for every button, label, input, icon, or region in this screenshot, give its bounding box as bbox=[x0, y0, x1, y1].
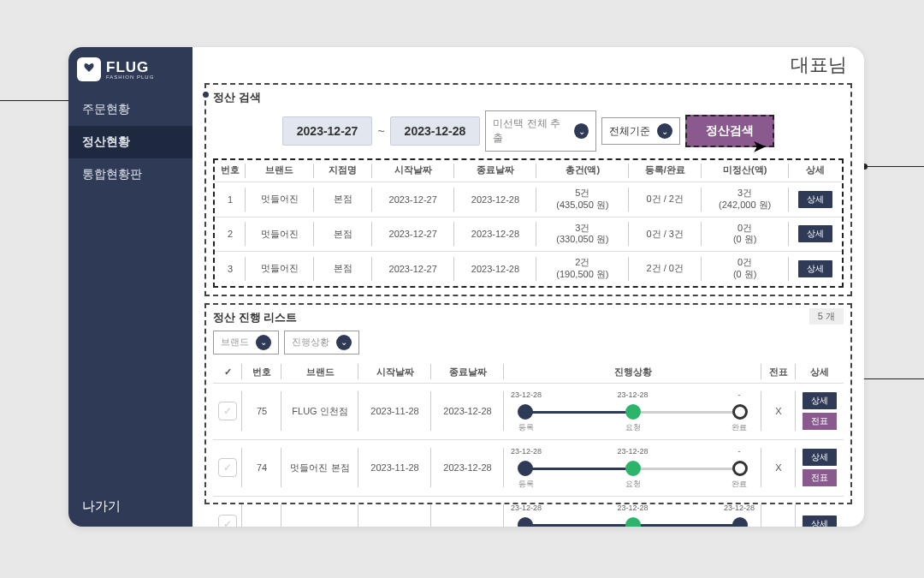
filter-placeholder: 미선택 전체 추출 bbox=[493, 116, 567, 146]
sidebar: FLUG FASHION PLUG 주문현황 정산현황 통합현황판 나가기 bbox=[68, 47, 192, 527]
table-row: 2멋들어진본점2023-12-272023-12-283건(330,050 원)… bbox=[215, 217, 842, 252]
cursor-icon: ➤ bbox=[753, 137, 766, 156]
cell-total: 3건(330,050 원) bbox=[536, 217, 629, 252]
cell-start bbox=[358, 496, 431, 527]
logo-subtitle: FASHION PLUG bbox=[106, 74, 154, 80]
cell-detail: 상세 bbox=[789, 182, 842, 217]
date-from-input[interactable]: 2023-12-27 bbox=[282, 116, 373, 146]
cell-total: 2건(190,500 원) bbox=[536, 252, 629, 286]
filter-extract-dropdown[interactable]: 미선택 전체 추출 ⌄ bbox=[485, 110, 596, 152]
status-filter-dropdown[interactable]: 진행상황 ⌄ bbox=[284, 331, 359, 355]
step-request-icon bbox=[625, 461, 641, 476]
user-label: 대표님 bbox=[192, 47, 864, 80]
logo: FLUG FASHION PLUG bbox=[68, 47, 192, 93]
annotation-line bbox=[856, 378, 924, 379]
cell-actions: 상세전표 bbox=[796, 383, 844, 439]
checkbox[interactable]: ✓ bbox=[218, 458, 237, 477]
col-reg: 등록/완료 bbox=[629, 160, 702, 182]
sidebar-exit[interactable]: 나가기 bbox=[68, 486, 192, 527]
cell-actions: 상세 bbox=[796, 496, 844, 527]
cell-progress: 23-12-2823-12-28-등록요청완료 bbox=[504, 383, 761, 439]
app-window: FLUG FASHION PLUG 주문현황 정산현황 통합현황판 나가기 대표… bbox=[68, 47, 864, 527]
cell-start: 2023-11-28 bbox=[358, 383, 431, 439]
detail-button[interactable]: 상세 bbox=[803, 392, 837, 409]
col-branch: 지점명 bbox=[314, 160, 372, 182]
cell-no: 74 bbox=[242, 439, 281, 496]
col-end: 종료날짜 bbox=[431, 361, 504, 384]
cell-brand: 멋들어진 bbox=[246, 252, 313, 286]
step-complete-icon bbox=[732, 461, 748, 476]
filter-criteria-dropdown[interactable]: 전체기준 ⌄ bbox=[601, 117, 680, 145]
progress-indicator: 23-12-2823-12-28-등록요청완료 bbox=[506, 449, 760, 486]
search-panel: 정산 검색 2023-12-27 ~ 2023-12-28 미선택 전체 추출 … bbox=[204, 83, 852, 296]
cell-check: ✓ bbox=[213, 496, 242, 527]
cell-start: 2023-12-27 bbox=[372, 182, 454, 217]
cell-total: 5건(435,050 원) bbox=[536, 182, 629, 217]
voucher-button[interactable]: 전표 bbox=[803, 413, 837, 430]
col-no: 번호 bbox=[215, 160, 246, 182]
checkbox[interactable]: ✓ bbox=[218, 515, 237, 527]
progress-indicator: 23-12-2823-12-28-등록요청완료 bbox=[506, 392, 760, 430]
cell-end: 2023-12-28 bbox=[454, 182, 536, 217]
cell-unsettled: 0건(0 원) bbox=[702, 252, 789, 286]
progress-panel-title: 정산 진행 리스트 bbox=[213, 310, 844, 325]
cell-progress: 23-12-2823-12-2823-12-28등록요청완료 bbox=[504, 496, 761, 527]
col-start: 시작날짜 bbox=[372, 160, 454, 182]
cell-reg: 0건 / 3건 bbox=[629, 217, 702, 252]
table-row: ✓74멋들어진 본점2023-11-282023-12-2823-12-2823… bbox=[213, 439, 844, 496]
cell-branch: 본점 bbox=[314, 217, 372, 252]
detail-button[interactable]: 상세 bbox=[798, 260, 832, 277]
step-register-icon bbox=[518, 404, 533, 420]
col-total: 총건(액) bbox=[536, 160, 629, 182]
col-detail: 상세 bbox=[789, 160, 842, 182]
step-request-icon bbox=[625, 404, 641, 420]
logo-text: FLUG bbox=[106, 59, 154, 76]
col-end: 종료날짜 bbox=[454, 160, 536, 182]
search-button[interactable]: 정산검색 ➤ bbox=[685, 115, 774, 147]
step-register-icon bbox=[518, 517, 533, 527]
main-content: 대표님 정산 검색 2023-12-27 ~ 2023-12-28 미선택 전체… bbox=[192, 47, 864, 527]
voucher-button[interactable]: 전표 bbox=[803, 469, 837, 486]
step-register-icon bbox=[518, 461, 533, 476]
cell-check: ✓ bbox=[213, 383, 242, 439]
results-table: 번호 브랜드 지점명 시작날짜 종료날짜 총건(액) 등록/완료 미정산(액) … bbox=[215, 160, 842, 286]
cell-no bbox=[242, 496, 281, 527]
chevron-down-icon: ⌄ bbox=[336, 335, 352, 350]
cell-branch: 본점 bbox=[314, 182, 372, 217]
search-panel-title: 정산 검색 bbox=[213, 90, 844, 105]
search-controls: 2023-12-27 ~ 2023-12-28 미선택 전체 추출 ⌄ 전체기준… bbox=[213, 110, 844, 152]
cell-brand: FLUG 인천점 bbox=[281, 383, 358, 439]
annotation-line bbox=[864, 166, 924, 167]
cell-voucher: X bbox=[761, 439, 796, 496]
detail-button[interactable]: 상세 bbox=[803, 515, 837, 527]
detail-button[interactable]: 상세 bbox=[798, 225, 832, 242]
col-brand: 브랜드 bbox=[246, 160, 313, 182]
cell-start: 2023-12-27 bbox=[372, 252, 454, 286]
sidebar-item-dashboard[interactable]: 통합현황판 bbox=[68, 158, 192, 191]
date-to-input[interactable]: 2023-12-28 bbox=[390, 116, 481, 146]
table-row: ✓75FLUG 인천점2023-11-282023-12-2823-12-282… bbox=[213, 383, 844, 439]
cell-no: 75 bbox=[242, 383, 281, 439]
cell-start: 2023-12-27 bbox=[372, 217, 454, 252]
table-row: 3멋들어진본점2023-12-272023-12-282건(190,500 원)… bbox=[215, 252, 842, 286]
cell-brand: 멋들어진 bbox=[246, 182, 313, 217]
cell-detail: 상세 bbox=[789, 252, 842, 286]
chevron-down-icon: ⌄ bbox=[574, 123, 589, 139]
sidebar-item-orders[interactable]: 주문현황 bbox=[68, 93, 192, 126]
step-request-icon bbox=[625, 517, 641, 527]
col-start: 시작날짜 bbox=[358, 361, 431, 384]
col-progress: 진행상황 bbox=[504, 361, 761, 384]
cell-no: 3 bbox=[215, 252, 246, 286]
annotation-dot bbox=[203, 92, 209, 98]
chevron-down-icon: ⌄ bbox=[657, 123, 672, 139]
col-detail: 상세 bbox=[796, 361, 844, 384]
cell-end: 2023-12-28 bbox=[454, 252, 536, 286]
brand-filter-dropdown[interactable]: 브랜드 ⌄ bbox=[213, 331, 279, 355]
cell-brand bbox=[281, 496, 358, 527]
detail-button[interactable]: 상세 bbox=[798, 191, 832, 208]
sidebar-item-settlement[interactable]: 정산현황 bbox=[68, 126, 192, 158]
checkbox[interactable]: ✓ bbox=[218, 402, 237, 420]
detail-button[interactable]: 상세 bbox=[803, 449, 837, 466]
cell-no: 1 bbox=[215, 182, 246, 217]
cell-end bbox=[431, 496, 504, 527]
